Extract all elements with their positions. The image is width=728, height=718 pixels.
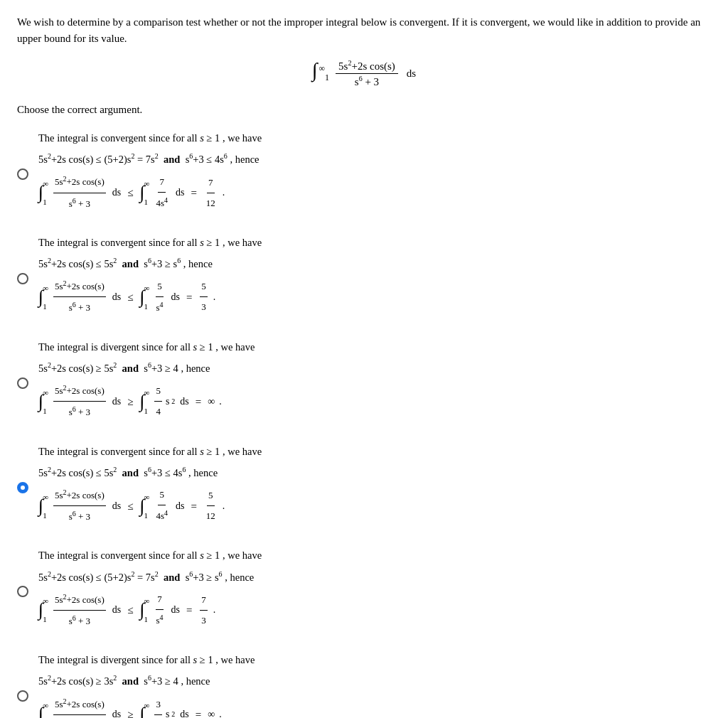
opt5-result: 7 3: [200, 591, 208, 630]
opt4-desc2: 5s2+2s cos(s) ≤ 5s2 and s6+3 ≤ 4s6 , hen…: [38, 464, 711, 481]
opt3-eq: =: [193, 391, 203, 412]
opt6-eq: =: [193, 704, 203, 718]
opt6-desc1: The integral is divergent since for all …: [38, 652, 711, 668]
radio-opt3[interactable]: [17, 377, 28, 389]
opt2-desc2: 5s2+2s cos(s) ≤ 5s2 and s6+3 ≥ s6 , henc…: [38, 255, 711, 272]
opt6-desc2: 5s2+2s cos(s) ≥ 3s2 and s6+3 ≥ 4 , hence: [38, 673, 711, 690]
opt5-lhs-integral: ∫ ∞1 5s2+2s cos(s) s6 + 3 ds: [38, 590, 121, 631]
opt5-desc2: 5s2+2s cos(s) ≤ (5+2)s2 = 7s2 and s6+3 ≥…: [38, 569, 711, 586]
option-6: The integral is divergent since for all …: [17, 652, 711, 718]
main-integral: ∫∞1 5s2+2s cos(s) s6 + 3 ds: [17, 59, 711, 88]
opt4-result: 5 12: [205, 486, 217, 525]
option-5-content: The integral is convergent since for all…: [36, 547, 711, 632]
opt4-math: ∫ ∞1 5s2+2s cos(s) s6 + 3 ds ≤ ∫ ∞1 5 4s…: [38, 486, 711, 527]
opt4-lhs-integral: ∫ ∞1 5s2+2s cos(s) s6 + 3 ds: [38, 486, 121, 527]
options-list: The integral is convergent since for all…: [17, 130, 711, 718]
opt2-lhs-integral: ∫ ∞1 5s2+2s cos(s) s6 + 3 ds: [38, 277, 121, 318]
option-6-content: The integral is divergent since for all …: [36, 652, 711, 718]
opt4-leq: ≤: [125, 495, 135, 517]
opt1-leq: ≤: [125, 182, 135, 203]
option-1: The integral is convergent since for all…: [17, 130, 711, 215]
opt3-math: ∫ ∞1 5s2+2s cos(s) s6 + 3 ds ≥ ∫ ∞1 5 4: [38, 381, 711, 422]
option-4: The integral is convergent since for all…: [17, 444, 711, 528]
opt1-desc1: The integral is convergent since for all…: [38, 130, 711, 146]
opt4-period: .: [223, 496, 225, 516]
opt1-period: .: [223, 183, 225, 203]
opt5-math: ∫ ∞1 5s2+2s cos(s) s6 + 3 ds ≤ ∫ ∞1 7 s4: [38, 590, 711, 631]
radio-opt2[interactable]: [17, 273, 28, 284]
radio-opt5[interactable]: [17, 586, 28, 597]
opt6-rhs-integral: ∫ ∞1 3 4 s2 ds: [139, 695, 188, 718]
option-1-content: The integral is convergent since for all…: [36, 130, 711, 215]
option-2-content: The integral is convergent since for all…: [36, 235, 711, 319]
opt6-geq: ≥: [125, 704, 135, 718]
option-2: The integral is convergent since for all…: [17, 235, 711, 319]
opt2-eq: =: [184, 286, 194, 308]
opt1-lhs-integral: ∫ ∞1 5s2+2s cos(s) s6 + 3 ds: [38, 172, 121, 213]
opt1-rhs-integral: ∫ ∞1 7 4s4 ds: [139, 173, 184, 213]
option-5: The integral is convergent since for all…: [17, 547, 711, 632]
opt5-leq: ≤: [125, 599, 135, 621]
opt4-desc1: The integral is convergent since for all…: [38, 444, 711, 460]
opt3-rhs-integral: ∫ ∞1 5 4 s2 ds: [139, 382, 188, 421]
opt3-desc1: The integral is divergent since for all …: [38, 339, 711, 355]
opt2-rhs-integral: ∫ ∞1 5 s4 ds: [139, 277, 179, 317]
opt6-period: .: [219, 704, 222, 718]
opt3-desc2: 5s2+2s cos(s) ≥ 5s2 and s6+3 ≥ 4 , hence: [38, 360, 711, 377]
choose-label: Choose the correct argument.: [17, 104, 711, 116]
opt4-eq: =: [188, 495, 198, 517]
radio-opt6[interactable]: [17, 690, 28, 702]
opt5-desc1: The integral is convergent since for all…: [38, 547, 711, 564]
opt6-lhs-integral: ∫ ∞1 5s2+2s cos(s) s6 + 3 ds: [38, 695, 121, 719]
opt1-math: ∫ ∞1 5s2+2s cos(s) s6 + 3 ds ≤ ∫ ∞1 7 4s…: [38, 172, 711, 213]
opt4-rhs-integral: ∫ ∞1 5 4s4 ds: [139, 486, 184, 525]
opt1-result: 7 12: [205, 173, 217, 213]
opt3-result: ∞: [208, 392, 215, 412]
opt5-period: .: [213, 600, 216, 620]
opt1-eq: =: [188, 182, 198, 203]
opt2-desc1: The integral is convergent since for all…: [38, 235, 711, 251]
radio-opt4[interactable]: [17, 482, 28, 493]
opt5-rhs-integral: ∫ ∞1 7 s4 ds: [139, 590, 179, 630]
opt2-result: 5 3: [200, 277, 208, 316]
radio-opt1[interactable]: [17, 168, 28, 180]
opt5-eq: =: [184, 599, 194, 621]
opt2-math: ∫ ∞1 5s2+2s cos(s) s6 + 3 ds ≤ ∫ ∞1 5 s4: [38, 277, 711, 318]
option-4-content: The integral is convergent since for all…: [36, 444, 711, 528]
opt1-desc2: 5s2+2s cos(s) ≤ (5+2)s2 = 7s2 and s6+3 ≤…: [38, 151, 711, 168]
opt3-period: .: [219, 392, 222, 412]
opt2-leq: ≤: [125, 286, 135, 308]
intro-text: We wish to determine by a comparison tes…: [17, 14, 711, 46]
option-3-content: The integral is divergent since for all …: [36, 339, 711, 424]
opt6-result: ∞: [208, 704, 215, 718]
option-3: The integral is divergent since for all …: [17, 339, 711, 424]
opt3-lhs-integral: ∫ ∞1 5s2+2s cos(s) s6 + 3 ds: [38, 381, 121, 422]
opt3-geq: ≥: [125, 391, 135, 412]
opt6-math: ∫ ∞1 5s2+2s cos(s) s6 + 3 ds ≥ ∫ ∞1 3 4: [38, 695, 711, 719]
opt2-period: .: [213, 287, 216, 307]
